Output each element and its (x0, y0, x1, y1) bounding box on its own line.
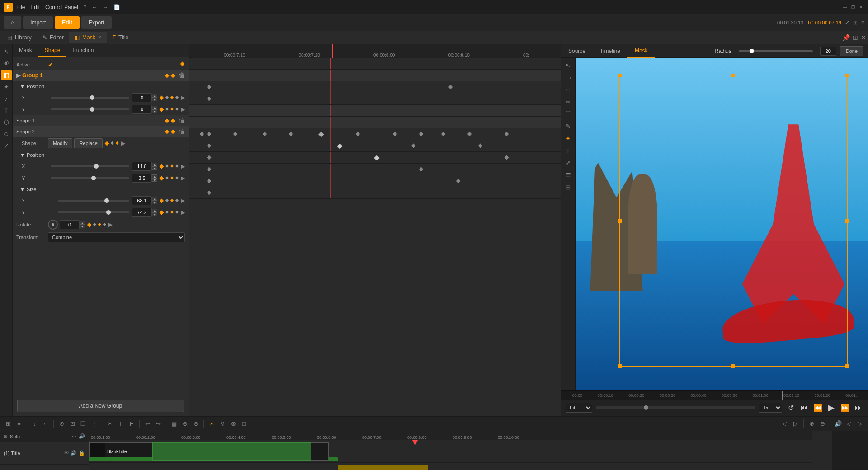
minimize-btn[interactable]: — (842, 4, 848, 10)
shape1-delete[interactable]: 🗑 (179, 117, 185, 124)
vol-down[interactable]: ◁ (844, 419, 854, 428)
list-view-icon[interactable]: ≡ (14, 419, 24, 428)
active-checkbox[interactable]: ✔ (48, 61, 53, 68)
rotate-spinner[interactable]: ▲ ▼ (80, 221, 85, 228)
shape-x-spinner[interactable]: ▲ ▼ (152, 163, 157, 170)
shape-y-spinner[interactable]: ▲ ▼ (152, 174, 157, 182)
replace-button[interactable]: Replace (74, 138, 102, 148)
preview-scrubber[interactable] (596, 406, 755, 409)
loop-icon[interactable]: ⊛ (229, 419, 238, 428)
expand-icon[interactable]: ⤢ (845, 19, 849, 26)
tab-title[interactable]: T Title (107, 32, 134, 43)
size-x-value[interactable] (132, 196, 152, 205)
close-panel-icon[interactable]: ✕ (861, 34, 866, 41)
shape-y-value[interactable] (132, 174, 152, 183)
view-tool[interactable]: 👁 (1, 58, 12, 69)
float-icon[interactable]: ⊞ (853, 34, 858, 41)
sticker-tool[interactable]: ☺ (1, 128, 12, 139)
title-audio-icon[interactable]: 🔊 (71, 450, 77, 456)
tab-close-icon[interactable]: ✕ (98, 35, 102, 40)
group1-delete[interactable]: 🗑 (179, 72, 185, 79)
effect-icon-t[interactable]: F (127, 419, 136, 428)
playhead-next[interactable]: ▷ (791, 419, 800, 428)
forward-icon[interactable]: → (103, 4, 108, 10)
blank-icon[interactable]: □ (240, 419, 249, 428)
effect-tool[interactable]: ✦ (1, 81, 12, 92)
rect-tool[interactable]: ▭ (563, 72, 574, 83)
title-visibility-icon[interactable]: 👁 (64, 450, 69, 456)
text-icon[interactable]: T (116, 419, 125, 428)
size-y-slider[interactable] (58, 212, 129, 213)
size-collapse[interactable]: ▼ (20, 187, 25, 192)
shape-position-collapse[interactable]: ▼ (20, 152, 25, 158)
transform-tool-preview[interactable]: ⤢ (563, 157, 574, 168)
maximize-btn[interactable]: ❐ (850, 4, 856, 10)
audio-icon[interactable]: 🔊 (834, 419, 843, 428)
cut-icon[interactable]: ✂ (105, 419, 114, 428)
lasso-tool[interactable]: ⌒ (563, 108, 574, 119)
fast-forward-button[interactable]: ⏩ (840, 403, 850, 413)
tab-library[interactable]: ▤ Library (2, 32, 37, 43)
fit-select[interactable]: Fit 100% 50% (566, 403, 592, 413)
spinner-up[interactable]: ▲ (152, 106, 157, 109)
select-tool-preview[interactable]: ↖ (563, 60, 574, 70)
preview-tab-mask[interactable]: Mask (627, 44, 655, 58)
help-icon[interactable]: ? (84, 4, 87, 10)
position-x-spinner[interactable]: ▲ ▼ (152, 94, 157, 101)
spinner-down[interactable]: ▼ (152, 201, 157, 204)
size-y-value[interactable] (132, 208, 152, 217)
vol-up[interactable]: ▷ (855, 419, 864, 428)
magic-tool[interactable]: ✦ (563, 133, 574, 144)
shape-tool2[interactable]: ⬡ (1, 117, 12, 127)
more-icon[interactable]: ⋮ (90, 419, 99, 428)
layer-icon[interactable]: ▤ (170, 419, 179, 428)
file-icon[interactable]: 📄 (113, 4, 120, 10)
radius-value[interactable] (820, 47, 836, 56)
position-y-value[interactable] (132, 105, 152, 114)
snap-icon[interactable]: ⊙ (57, 419, 66, 428)
position-x-value[interactable] (132, 93, 152, 102)
spinner-down[interactable]: ▼ (152, 166, 157, 170)
brush-tool[interactable]: ✎ (563, 121, 574, 132)
rewind-button[interactable]: ⏪ (813, 403, 823, 413)
text-tool[interactable]: T (1, 105, 12, 116)
add-group-button[interactable]: Add a New Group (17, 400, 184, 412)
size-x-slider[interactable] (58, 200, 129, 202)
close-btn[interactable]: ✕ (858, 4, 864, 10)
loop-button[interactable]: ↺ (786, 403, 796, 413)
split-icon[interactable]: ❑ (79, 419, 88, 428)
menu-control-panel[interactable]: Control Panel (45, 4, 78, 10)
text-tool-preview[interactable]: T (563, 145, 574, 156)
link-icon2[interactable]: ⇔ (72, 433, 76, 439)
position-x-slider[interactable] (51, 97, 129, 99)
transform-select[interactable]: Combine Replace (48, 232, 185, 242)
remove-icon[interactable]: ⊖ (191, 419, 200, 428)
undo-icon[interactable]: ↩ (143, 419, 152, 428)
menu-icon[interactable]: ≡ (861, 19, 864, 26)
tab-mask-prop[interactable]: Mask (13, 44, 38, 57)
pin-icon[interactable]: 📌 (842, 34, 850, 41)
spinner-up[interactable]: ▲ (152, 209, 157, 212)
import-button[interactable]: Import (23, 16, 53, 29)
edit-button[interactable]: Edit (55, 16, 80, 29)
spinner-up[interactable]: ▲ (152, 163, 157, 166)
preview-tab-source[interactable]: Source (561, 44, 593, 58)
grid-tool[interactable]: ⊞ (563, 182, 574, 193)
position-collapse[interactable]: ▼ (20, 84, 25, 89)
title-lock-icon[interactable]: 🔒 (79, 450, 85, 456)
spinner-up[interactable]: ▲ (152, 174, 157, 178)
speed-select[interactable]: 1x 2x 0.5x (759, 403, 782, 413)
rotate-value[interactable] (60, 220, 80, 229)
menu-file[interactable]: File (16, 4, 25, 10)
motion-icon[interactable]: ↯ (218, 419, 227, 428)
shape-x-slider[interactable] (51, 165, 129, 167)
next-frame-button[interactable]: ⏭ (854, 403, 863, 413)
tab-editor[interactable]: ✎ Editor (37, 32, 69, 43)
position-y-slider[interactable] (51, 108, 129, 110)
radius-slider[interactable] (739, 50, 813, 52)
tab-function-prop[interactable]: Function (66, 44, 100, 57)
preview-tab-timeline[interactable]: Timeline (593, 44, 627, 58)
link-icon[interactable]: ⊡ (68, 419, 77, 428)
spinner-down[interactable]: ▼ (152, 109, 157, 113)
back-icon[interactable]: ← (92, 4, 97, 10)
